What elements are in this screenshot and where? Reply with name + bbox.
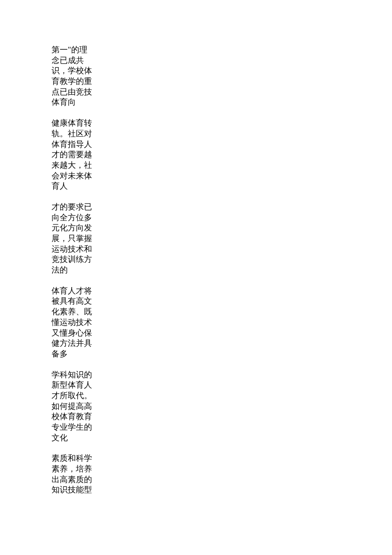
- document-content: 第一"的理念已成共识，学校体育教学的重点已由竞技体育向 健康体育转轨。社区对体育…: [52, 45, 94, 495]
- paragraph-2: 健康体育转轨。社区对体育指导人才的需要越来越大，社会对未来体育人: [52, 118, 94, 192]
- paragraph-5: 学科知识的新型体育人才所取代。如何提高高校体育教育专业学生的文化: [52, 370, 94, 443]
- paragraph-1: 第一"的理念已成共识，学校体育教学的重点已由竞技体育向: [52, 45, 94, 108]
- paragraph-6: 素质和科学素养，培养出高素质的知识技能型: [52, 453, 94, 495]
- paragraph-4: 体育人才将被具有高文化素养、既懂运动技术又懂身心保健方法并具备多: [52, 286, 94, 359]
- paragraph-3: 才的要求已向全方位多元化方向发展，只掌握运动技术和竞技训练方法的: [52, 202, 94, 276]
